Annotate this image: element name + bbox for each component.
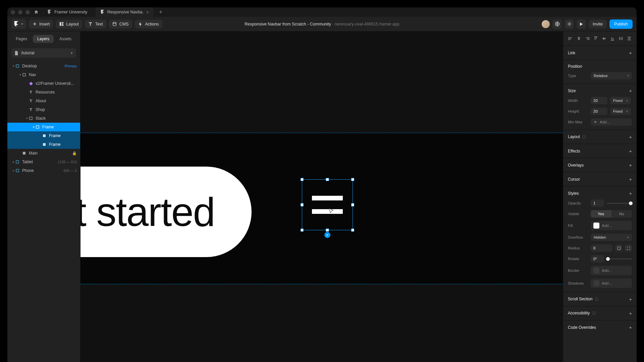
close-icon[interactable]: ×: [146, 10, 149, 15]
tree-main[interactable]: Main 🔒: [7, 149, 80, 158]
add-overlays-button[interactable]: +: [629, 162, 632, 168]
resize-handle[interactable]: [351, 203, 354, 206]
tree-desktop[interactable]: ▾ Desktop Primary: [7, 62, 80, 70]
stack-badge-icon[interactable]: ≡: [324, 232, 330, 238]
add-scroll-button[interactable]: +: [629, 296, 632, 302]
settings-button[interactable]: [565, 19, 574, 29]
resize-handle[interactable]: [301, 229, 304, 232]
opacity-input[interactable]: 1: [591, 199, 604, 207]
border-add-button[interactable]: Add...: [591, 266, 632, 275]
browser-tab-2[interactable]: Responsive Navba. ×: [96, 7, 154, 17]
text-button[interactable]: Text: [85, 20, 106, 28]
tree-resources[interactable]: Resources: [7, 88, 80, 97]
minmax-add-button[interactable]: Add...: [591, 118, 632, 126]
globe-button[interactable]: [552, 19, 562, 29]
add-cursor-button[interactable]: +: [629, 176, 632, 182]
tree-frame-child2[interactable]: Frame: [7, 140, 80, 149]
publish-button[interactable]: Publish: [609, 19, 633, 29]
left-panel: Pages Layers Assets /tutorial ▾ ▾ Deskto…: [7, 32, 80, 362]
tree-frame-selected[interactable]: ▾ Frame: [7, 123, 80, 131]
align-right-icon[interactable]: [585, 36, 590, 42]
border-swatch: [593, 267, 599, 274]
tree-shop[interactable]: Shop: [7, 105, 80, 114]
layout-button[interactable]: Layout: [56, 20, 82, 28]
tab-assets[interactable]: Assets: [55, 35, 76, 43]
tree-component[interactable]: v2/Framer Universit...: [7, 79, 80, 88]
width-mode-select[interactable]: Fixed▾: [610, 97, 631, 104]
cms-icon: [112, 22, 117, 26]
radius-input[interactable]: 0: [591, 244, 612, 252]
bolt-icon: [138, 22, 143, 26]
distribute-h-icon[interactable]: [618, 36, 624, 42]
avatar[interactable]: [542, 20, 550, 28]
shadows-add-button[interactable]: Add...: [591, 279, 632, 288]
add-size-button[interactable]: +: [629, 88, 632, 94]
tab-layers[interactable]: Layers: [33, 35, 54, 43]
add-effects-button[interactable]: +: [629, 148, 632, 154]
window-tab-bar: Framer University Responsive Navba. × +: [7, 7, 637, 17]
distribute-v-icon[interactable]: [626, 36, 632, 42]
cms-button[interactable]: CMS: [109, 20, 132, 28]
framer-menu-button[interactable]: [11, 19, 26, 29]
add-styles-button[interactable]: +: [629, 190, 632, 196]
overflow-select[interactable]: Hidden▾: [591, 234, 632, 241]
tree-about[interactable]: About: [7, 97, 80, 105]
actions-button[interactable]: Actions: [135, 20, 162, 28]
info-icon: ⓘ: [594, 297, 598, 301]
canvas[interactable]: t started ≡: [80, 32, 563, 362]
align-vcenter-icon[interactable]: [601, 36, 607, 42]
align-left-icon[interactable]: [568, 36, 574, 42]
tree-tablet[interactable]: ▸ Tablet 1199 — 810: [7, 158, 80, 166]
svg-rect-13: [16, 161, 19, 163]
resize-handle[interactable]: [351, 178, 354, 181]
text-icon: [29, 90, 33, 94]
add-layout-button[interactable]: +: [629, 134, 632, 140]
play-button[interactable]: [577, 19, 586, 29]
frame-icon: [22, 151, 26, 155]
opacity-slider[interactable]: [607, 203, 632, 204]
traffic-close[interactable]: [11, 10, 15, 14]
visible-toggle[interactable]: Yes No: [591, 210, 632, 218]
add-code-button[interactable]: +: [629, 324, 632, 330]
frame-icon: [15, 64, 19, 68]
add-link-button[interactable]: +: [629, 50, 632, 56]
resize-handle[interactable]: [326, 178, 329, 181]
tree-phone[interactable]: ▸ Phone 809 — 0: [7, 166, 80, 175]
traffic-max[interactable]: [25, 10, 30, 14]
page-selector[interactable]: /tutorial ▾: [11, 48, 76, 58]
tree-frame-child1[interactable]: Frame: [7, 131, 80, 140]
alignment-row: [563, 32, 637, 46]
rotate-input[interactable]: 0°: [591, 255, 604, 262]
width-input[interactable]: 20: [591, 97, 607, 104]
invite-button[interactable]: Invite: [589, 20, 607, 28]
text-icon: [29, 99, 33, 103]
browser-tab-1[interactable]: Framer University: [43, 7, 92, 17]
position-type-select[interactable]: Relative▾: [591, 72, 632, 79]
align-top-icon[interactable]: [593, 36, 599, 42]
radius-per-corner-button[interactable]: [625, 244, 632, 252]
rotate-slider[interactable]: [607, 258, 632, 259]
frame-icon: [29, 116, 33, 120]
resize-handle[interactable]: [326, 229, 329, 232]
tab-label: Framer University: [54, 10, 88, 14]
radius-all-button[interactable]: [615, 244, 623, 252]
selection-box[interactable]: ≡: [302, 179, 353, 230]
traffic-min[interactable]: [18, 10, 22, 14]
height-mode-select[interactable]: Fixed▾: [610, 108, 631, 115]
resize-handle[interactable]: [301, 203, 304, 206]
component-icon: [29, 81, 33, 85]
fill-add-button[interactable]: Add...: [591, 221, 632, 230]
resize-handle[interactable]: [351, 229, 354, 232]
new-tab-button[interactable]: +: [157, 9, 165, 16]
styles-section: Styles+ Opacity 1 Visible Yes No Fill: [563, 186, 637, 292]
insert-button[interactable]: Insert: [29, 20, 53, 28]
home-tab[interactable]: [33, 9, 39, 15]
tree-nav[interactable]: ▾ Nav: [7, 70, 80, 79]
tab-pages[interactable]: Pages: [11, 35, 32, 43]
add-a11y-button[interactable]: +: [629, 310, 632, 316]
tree-stack[interactable]: ▾ Stack: [7, 114, 80, 123]
align-hcenter-icon[interactable]: [576, 36, 582, 42]
resize-handle[interactable]: [301, 178, 304, 181]
height-input[interactable]: 20: [591, 108, 607, 115]
align-bottom-icon[interactable]: [609, 36, 615, 42]
